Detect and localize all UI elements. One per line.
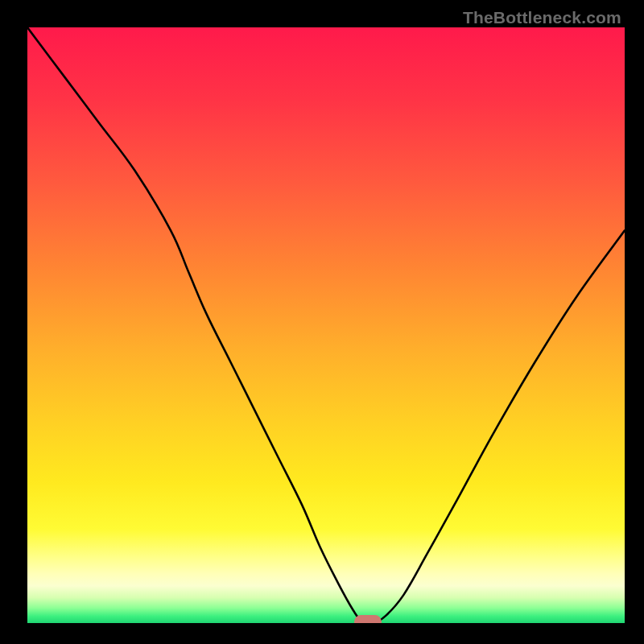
chart-container: TheBottleneck.com xyxy=(0,0,644,644)
x-axis-baseline xyxy=(27,623,625,625)
bottleneck-curve xyxy=(27,27,625,625)
watermark-text: TheBottleneck.com xyxy=(463,8,621,27)
plot-area xyxy=(27,27,625,625)
